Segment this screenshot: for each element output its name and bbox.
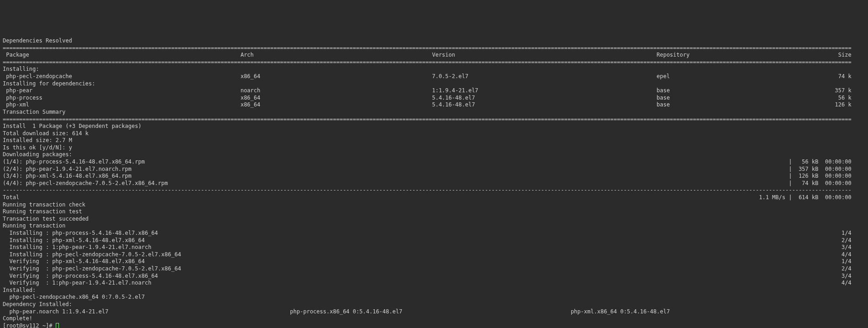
terminal-line: Installing : php-process-5.4.16-48.el7.x… xyxy=(3,230,865,237)
terminal-line: Installed size: 2.7 M xyxy=(3,137,865,144)
terminal-line: Installing: xyxy=(3,66,865,73)
terminal-line: Verifying : 1:php-pear-1.9.4-21.el7.noar… xyxy=(3,280,865,287)
cursor-icon xyxy=(56,323,59,328)
terminal-line: Downloading packages: xyxy=(3,151,865,159)
terminal-line: Running transaction xyxy=(3,222,865,230)
terminal-line: Transaction Summary xyxy=(3,109,865,116)
terminal-line: Verifying : php-pecl-zendopcache-7.0.5-2… xyxy=(3,265,865,273)
shell-prompt[interactable]: [root@sv112 ~]# xyxy=(3,323,865,328)
terminal-line: Transaction test succeeded xyxy=(3,216,865,223)
terminal-line: Total download size: 614 k xyxy=(3,130,865,138)
terminal-line: php-pecl-zendopcache.x86_64 0:7.0.5-2.el… xyxy=(3,294,865,301)
terminal-line: Dependency Installed: xyxy=(3,301,865,308)
terminal-line: Installing : php-xml-5.4.16-48.el7.x86_6… xyxy=(3,237,865,244)
terminal-line: Is this ok [y/d/N]: y xyxy=(3,144,865,152)
terminal-line: Installing : 1:php-pear-1.9.4-21.el7.noa… xyxy=(3,244,865,251)
terminal-line: (3/4): php-xml-5.4.16-48.el7.x86_64.rpm xyxy=(3,173,865,180)
terminal-line: (1/4): php-process-5.4.16-48.el7.x86_64.… xyxy=(3,159,865,166)
terminal-line: Running transaction check xyxy=(3,201,865,209)
terminal-line: Installing : php-pecl-zendopcache-7.0.5-… xyxy=(3,251,865,259)
terminal-line: php-pecl-zendopcache x86_64 7.0.5-2.el7 … xyxy=(3,73,865,80)
terminal-line: php-process x86_64 5.4.16-48.el7 bas xyxy=(3,95,865,102)
terminal-output[interactable]: Dependencies Resolved===================… xyxy=(0,36,868,328)
terminal-line: php-pear.noarch 1:1.9.4-21.el7 php-proce… xyxy=(3,308,865,316)
terminal-line: (4/4): php-pecl-zendopcache-7.0.5-2.el7.… xyxy=(3,180,865,187)
terminal-line: ========================================… xyxy=(3,59,865,66)
terminal-line: Running transaction test xyxy=(3,208,865,216)
terminal-line: Verifying : php-xml-5.4.16-48.el7.x86_64 xyxy=(3,258,865,265)
terminal-line: Installing for dependencies: xyxy=(3,80,865,88)
terminal-line: Total xyxy=(3,194,865,201)
terminal-line: Dependencies Resolved xyxy=(3,37,865,45)
terminal-line: (2/4): php-pear-1.9.4-21.el7.noarch.rpm xyxy=(3,166,865,173)
terminal-line: Complete! xyxy=(3,315,865,323)
terminal-line: ========================================… xyxy=(3,45,865,52)
terminal-line: ----------------------------------------… xyxy=(3,187,865,194)
terminal-line: php-xml x86_64 5.4.16-48.el7 bas xyxy=(3,101,865,109)
terminal-line: ========================================… xyxy=(3,116,865,123)
terminal-line: Verifying : php-process-5.4.16-48.el7.x8… xyxy=(3,273,865,280)
terminal-line: Package Arch Version Rep xyxy=(3,52,865,59)
terminal-line: php-pear noarch 1:1.9.4-21.el7 bas xyxy=(3,87,865,95)
terminal-line: Installed: xyxy=(3,287,865,294)
terminal-line: Install 1 Package (+3 Dependent packages… xyxy=(3,123,865,130)
